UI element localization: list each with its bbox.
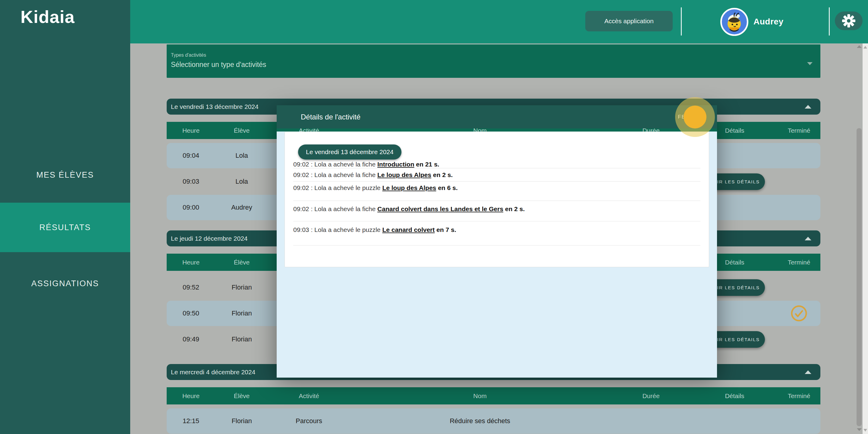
gear-icon (842, 14, 856, 28)
activity-log-entry: 09:02 : Lola a achevé le puzzle Le loup … (293, 181, 701, 201)
scroll-up-icon[interactable] (857, 45, 862, 48)
page-scrollbar-thumb[interactable] (857, 128, 862, 426)
log-text: 09:02 : Lola a achevé la fiche (293, 171, 377, 178)
cell-eleve: Audrey (215, 204, 268, 211)
column-header: Heure (167, 127, 215, 134)
column-header: Terminé (778, 127, 820, 134)
log-text: 09:02 : Lola a achevé le puzzle (293, 184, 382, 191)
cell-activite: Parcours (268, 417, 350, 425)
filter-label: Types d'activités (171, 53, 820, 58)
cell-heure: 09:49 (167, 336, 215, 343)
date-section-label: Le vendredi 13 décembre 2024 (171, 103, 258, 110)
column-header: Nom (350, 393, 610, 400)
bee-icon (722, 9, 747, 34)
user-name: Audrey (753, 0, 783, 44)
activity-details-modal: Détails de l'activité FERMER Le vendredi… (277, 105, 717, 375)
column-header: Élève (215, 127, 268, 134)
date-section-label: Le mercredi 4 décembre 2024 (171, 369, 255, 376)
kidaia-logo: Kidaia (21, 7, 75, 27)
header-divider (681, 7, 682, 36)
column-header: Activité (268, 393, 350, 400)
activity-log-card: Le vendredi 13 décembre 2024 09:02 : Lol… (284, 132, 709, 267)
close-button[interactable]: FERMER (678, 114, 703, 120)
modal-title: Détails de l'activité (301, 113, 361, 121)
sidebar-item-r-sultats[interactable]: RÉSULTATS (0, 203, 130, 252)
modal-body: Le vendredi 13 décembre 2024 09:02 : Lol… (277, 132, 717, 378)
column-header: Élève (215, 393, 268, 400)
date-badge: Le vendredi 13 décembre 2024 (298, 144, 401, 160)
chevron-down-icon[interactable] (807, 62, 812, 65)
activity-link[interactable]: Le canard colvert (382, 226, 435, 233)
collapse-arrow-icon[interactable] (805, 237, 811, 240)
collapse-arrow-icon[interactable] (805, 370, 811, 374)
scroll-down-icon[interactable] (857, 428, 862, 431)
activity-log-entry: 09:02 : Lola a achevé la fiche Introduct… (293, 161, 701, 168)
date-section-label: Le jeudi 12 décembre 2024 (171, 235, 248, 242)
activity-link[interactable]: Le loup des Alpes (382, 184, 436, 191)
log-duration: en 2 s. (431, 171, 453, 178)
activity-link[interactable]: Introduction (377, 161, 414, 168)
cell-heure: 09:03 (167, 178, 215, 185)
column-header: Heure (167, 259, 215, 266)
log-duration: en 7 s. (435, 226, 456, 233)
cell-eleve: Florian (215, 336, 268, 343)
log-text: 09:02 : Lola a achevé la fiche (293, 205, 377, 212)
cell-heure: 09:50 (167, 310, 215, 317)
activity-link[interactable]: Le loup des Alpes (377, 171, 431, 178)
window-scrollbar[interactable] (863, 44, 868, 434)
cell-eleve: Lola (215, 178, 268, 185)
log-text: 09:03 : Lola a achevé le puzzle (293, 226, 382, 233)
sidebar-item-assignations[interactable]: ASSIGNATIONS (0, 259, 130, 308)
column-header: Terminé (778, 393, 820, 400)
activity-type-filter[interactable]: Types d'activités Sélectionner un type d… (167, 44, 820, 78)
column-header: Terminé (778, 259, 820, 266)
settings-button[interactable] (835, 11, 863, 30)
cell-heure: 09:00 (167, 204, 215, 211)
cell-eleve: Florian (215, 284, 268, 291)
column-header: Détails (692, 393, 778, 400)
page-root: Types d'activités Sélectionner un type d… (0, 0, 868, 434)
column-header: Élève (215, 259, 268, 266)
activity-log-entry: 09:02 : Lola a achevé la fiche Canard co… (293, 201, 701, 221)
bee-avatar[interactable] (720, 8, 748, 36)
app-header: Accès application Audrey (130, 0, 868, 44)
sidebar-item-mes-l-ves[interactable]: MES ÉLÈVES (0, 150, 130, 200)
access-application-button[interactable]: Accès application (585, 11, 673, 31)
cell-eleve: Florian (215, 310, 268, 317)
header-divider (829, 7, 830, 36)
cell-eleve: Florian (215, 417, 268, 425)
column-header: Heure (167, 393, 215, 400)
log-duration: en 2 s. (503, 205, 525, 212)
filter-placeholder: Sélectionner un type d'activités (171, 61, 820, 69)
outer-scroll-down-icon[interactable] (864, 429, 867, 432)
cell-eleve: Lola (215, 152, 268, 160)
cell-termine (778, 305, 820, 322)
activity-link[interactable]: Canard colvert dans les Landes et le Ger… (377, 205, 503, 212)
activity-log-entry: 09:02 : Lola a achevé la fiche Le loup d… (293, 168, 701, 181)
cell-heure: 09:52 (167, 284, 215, 291)
activity-log-list: 09:02 : Lola a achevé la fiche Introduct… (293, 161, 701, 245)
cell-nom: Réduire ses déchets (350, 417, 610, 425)
log-duration: en 6 s. (436, 184, 458, 191)
completed-check-icon (790, 305, 808, 322)
collapse-arrow-icon[interactable] (805, 105, 811, 109)
cell-heure: 09:04 (167, 152, 215, 160)
table-row: 12:15FlorianParcoursRéduire ses déchets (167, 408, 820, 434)
outer-scroll-up-icon[interactable] (864, 46, 867, 49)
log-text: 09:02 : Lola a achevé la fiche (293, 161, 377, 168)
log-duration: en 21 s. (414, 161, 439, 168)
modal-header: Détails de l'activité FERMER (277, 105, 717, 128)
column-header: Durée (610, 393, 692, 400)
cell-heure: 12:15 (167, 417, 215, 425)
table-header-row: HeureÉlèveActivitéNomDuréeDétailsTerminé (167, 387, 820, 404)
sidebar: Kidaia MES ÉLÈVESRÉSULTATSASSIGNATIONS (0, 0, 130, 434)
activity-log-entry: 09:03 : Lola a achevé le puzzle Le canar… (293, 221, 701, 245)
